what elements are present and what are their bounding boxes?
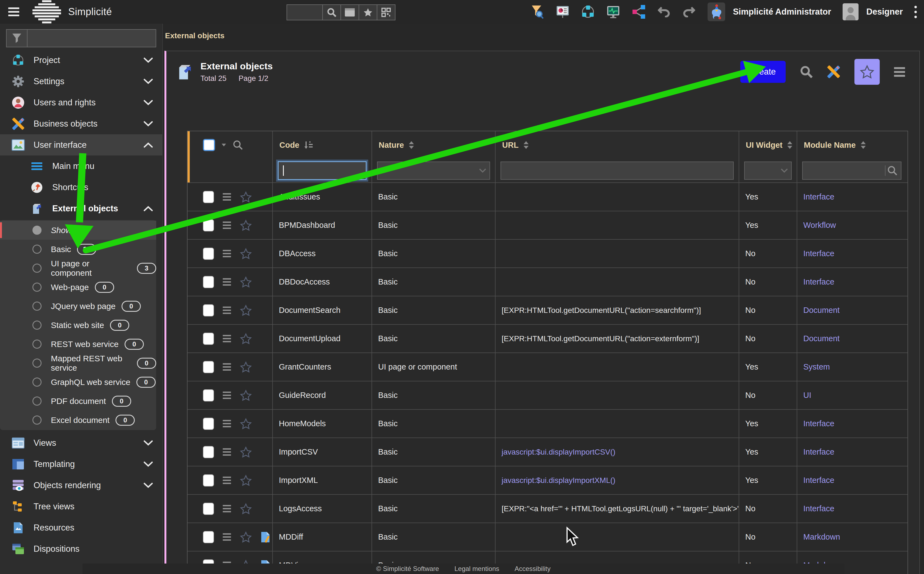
filter-select-nature[interactable] — [377, 161, 490, 180]
share-icon[interactable] — [632, 5, 646, 19]
sidebar-item-shortcuts[interactable]: Shortcuts — [0, 177, 162, 198]
table-row[interactable]: ImportXML Basic javascript:$ui.displayIm… — [187, 466, 907, 494]
cell-module-name[interactable]: Markdown — [797, 523, 907, 551]
table-row[interactable]: BPMDashboard Basic Yes Workflow — [187, 211, 907, 239]
legal-mentions-link[interactable]: Legal mentions — [454, 565, 499, 572]
sidebar-filter-input[interactable] — [27, 29, 156, 47]
column-header-ui-widget[interactable]: UI Widget — [739, 131, 797, 159]
sidebar-item-user-interface[interactable]: User interface — [0, 134, 162, 156]
row-checkbox[interactable] — [203, 304, 214, 317]
list-search-icon[interactable] — [800, 66, 812, 78]
sidebar-item-main-menu[interactable]: Main menu — [0, 156, 162, 177]
row-actions-icon[interactable] — [223, 278, 231, 285]
table-row[interactable]: GuideRecord Basic No UI — [187, 381, 907, 409]
filter-input-module[interactable] — [802, 161, 902, 180]
chart-presentation-icon[interactable] — [556, 5, 569, 19]
list-options-icon[interactable] — [894, 65, 905, 79]
table-row[interactable]: DocumentSearch Basic [EXPR:HTMLTool.getD… — [187, 296, 907, 324]
row-actions-icon[interactable] — [223, 476, 231, 484]
favorite-star-icon[interactable] — [240, 304, 252, 316]
cell-module-name[interactable]: Interface — [797, 438, 907, 466]
row-actions-icon[interactable] — [223, 448, 231, 456]
favorite-star-icon[interactable] — [240, 531, 252, 543]
type-filter-item[interactable]: Web-page 0 — [0, 278, 156, 296]
create-button[interactable]: Create — [740, 61, 786, 83]
caret-down-icon[interactable] — [221, 143, 226, 147]
cell-module-name[interactable]: Interface — [797, 240, 907, 268]
row-actions-icon[interactable] — [223, 391, 231, 399]
sidebar-item-project[interactable]: Project — [0, 49, 162, 71]
undo-icon[interactable] — [657, 5, 671, 19]
table-row[interactable]: LogsAccess Basic [EXPR:"<a href='" + HTM… — [187, 494, 907, 522]
sidebar-item-objects-rendering[interactable]: Objects rendering — [0, 475, 162, 496]
filter-input-url[interactable] — [501, 161, 734, 180]
row-checkbox[interactable] — [203, 361, 214, 373]
favorite-star-icon[interactable] — [240, 503, 252, 514]
table-row[interactable]: DocumentUpload Basic [EXPR:HTMLTool.getD… — [187, 324, 907, 353]
cell-module-name[interactable]: Document — [797, 325, 907, 353]
sidebar-item-external-objects[interactable]: External objects — [0, 198, 162, 219]
table-row[interactable]: DBDocAccess Basic No Interface — [187, 268, 907, 296]
row-actions-icon[interactable] — [223, 420, 231, 427]
ai-genie-avatar[interactable] — [707, 3, 725, 21]
row-checkbox[interactable] — [203, 418, 214, 430]
cell-module-name[interactable]: Document — [797, 296, 907, 324]
sidebar-item-settings[interactable]: Settings — [0, 71, 162, 92]
row-checkbox[interactable] — [203, 503, 214, 515]
model-cubes-icon[interactable] — [581, 5, 595, 19]
table-row[interactable]: HomeModels Basic Yes Interface — [187, 409, 907, 437]
type-filter-item[interactable]: JQuery web page 0 — [0, 296, 156, 315]
redo-icon[interactable] — [682, 5, 696, 19]
row-actions-icon[interactable] — [223, 306, 231, 314]
cell-module-name[interactable]: UI — [797, 382, 907, 409]
global-search-input[interactable] — [287, 5, 322, 20]
cell-module-name[interactable]: Interface — [797, 467, 907, 494]
sidebar-item-business-objects[interactable]: Business objects — [0, 113, 162, 134]
row-checkbox[interactable] — [203, 475, 214, 487]
filter-show-all[interactable]: Show all — [0, 221, 156, 240]
table-row[interactable]: DBAccess Basic No Interface — [187, 239, 907, 268]
row-checkbox[interactable] — [203, 333, 214, 345]
monitoring-icon[interactable] — [607, 5, 620, 19]
designer-avatar[interactable] — [842, 3, 858, 20]
row-checkbox[interactable] — [203, 191, 214, 203]
table-row[interactable]: ImportCSV Basic javascript:$ui.displayIm… — [187, 437, 907, 466]
favorite-button[interactable] — [855, 59, 880, 85]
search-icon[interactable] — [322, 5, 341, 20]
table-row[interactable]: MDDiff Basic No Markdown — [187, 522, 907, 551]
filter-search-icon[interactable] — [531, 5, 544, 19]
type-filter-item[interactable]: Static web site 0 — [0, 315, 156, 334]
favorites-star-icon[interactable] — [358, 5, 377, 20]
column-header-url[interactable]: URL — [495, 131, 739, 159]
favorite-star-icon[interactable] — [240, 219, 252, 231]
accessibility-link[interactable]: Accessibility — [514, 565, 550, 572]
table-row[interactable]: AuditIssues Basic Yes Interface — [187, 183, 907, 211]
cell-module-name[interactable]: Interface — [797, 410, 907, 437]
funnel-icon[interactable] — [6, 29, 27, 47]
type-filter-item[interactable]: Basic 22 — [0, 240, 156, 259]
row-checkbox[interactable] — [203, 390, 214, 402]
type-filter-item[interactable]: Mapped REST web service 0 — [0, 353, 156, 372]
type-filter-item[interactable]: UI page or component 3 — [0, 259, 156, 278]
type-filter-item[interactable]: Excel document 0 — [0, 410, 156, 429]
type-filter-item[interactable]: PDF document 0 — [0, 391, 156, 410]
sidebar-item-dispositions[interactable]: Dispositions — [0, 538, 162, 560]
favorite-star-icon[interactable] — [240, 446, 252, 458]
current-user-name[interactable]: Simplicité Administrator — [733, 7, 831, 17]
row-checkbox[interactable] — [203, 276, 214, 288]
sidebar-toggle-icon[interactable] — [8, 5, 19, 18]
table-row[interactable]: GrantCounters UI page or component Yes S… — [187, 353, 907, 381]
row-actions-icon[interactable] — [223, 250, 231, 257]
filter-input-code[interactable] — [278, 161, 366, 180]
qr-scan-icon[interactable] — [377, 5, 395, 20]
select-all-checkbox[interactable] — [203, 139, 215, 151]
row-checkbox[interactable] — [203, 248, 214, 260]
cell-module-name[interactable]: Interface — [797, 183, 907, 211]
row-actions-icon[interactable] — [223, 363, 231, 371]
card-view-icon[interactable] — [341, 5, 358, 20]
favorite-star-icon[interactable] — [240, 390, 252, 401]
filter-select-ui-widget[interactable] — [744, 161, 792, 180]
row-actions-icon[interactable] — [223, 505, 231, 512]
cell-module-name[interactable]: Interface — [797, 268, 907, 296]
row-checkbox[interactable] — [203, 446, 214, 458]
